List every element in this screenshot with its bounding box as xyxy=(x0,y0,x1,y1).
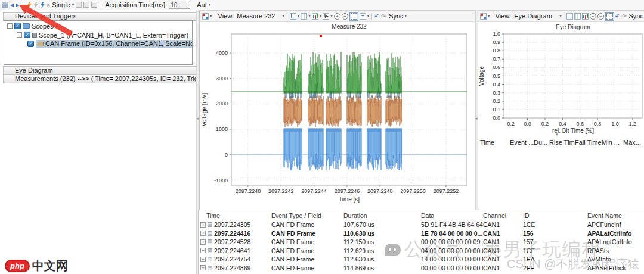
cell-data: 00 00 00 00 00 00 09 ... xyxy=(421,238,483,245)
aut-dropdown[interactable]: Aut ▾ xyxy=(197,1,210,8)
cursor-icon[interactable] xyxy=(323,13,329,20)
expand-icon[interactable]: + xyxy=(200,222,206,228)
splitter-handle-icon[interactable]: ▾ xyxy=(556,132,558,137)
column-header[interactable]: Data xyxy=(421,212,483,219)
chevron-down-icon[interactable]: ▾ xyxy=(330,14,333,18)
table-row[interactable]: +2097.224754CAN FD Frame112.630 us14 00 … xyxy=(199,255,644,264)
tree-item-can-frame[interactable]: ✓ CAN Frame (ID=0x156, Channel=CAN1, Sca… xyxy=(4,40,192,48)
dock-layout-icon[interactable] xyxy=(202,13,209,20)
eye-column-header[interactable]: Event ... xyxy=(510,139,534,146)
trigger-edit-icon[interactable] xyxy=(27,2,32,8)
back-icon[interactable]: ◀ xyxy=(10,2,14,8)
undo-icon[interactable]: ↶ xyxy=(615,13,620,20)
eye-column-header[interactable]: Fall Time xyxy=(575,139,602,146)
collapse-icon[interactable]: − xyxy=(7,23,13,29)
single-mode-dropdown[interactable]: Single ▾ xyxy=(52,1,74,8)
column-header[interactable]: Channel xyxy=(483,212,523,219)
cell-time: 2097.224528 xyxy=(214,238,250,245)
splitter-collapse-icon[interactable]: ◂ xyxy=(475,116,478,121)
table-row[interactable]: +2097.224869CAN FD Frame114.869 us00 00 … xyxy=(199,264,644,273)
scopes-tree: − ✓ Scopes − ✓ Scope_1 (A=CAN1_H, B=CAN1… xyxy=(4,20,193,65)
acquisition-time-input[interactable] xyxy=(169,1,190,9)
grid-icon[interactable] xyxy=(574,13,581,20)
column-header[interactable]: Event Name xyxy=(587,212,644,219)
view-selector[interactable]: Eye Diagram xyxy=(514,13,558,20)
devices-triggers-header[interactable]: Devices and Triggers ▴ xyxy=(3,12,204,21)
table-row[interactable]: +2097.224641CAN FD Frame112.629 us04 00 … xyxy=(199,247,644,256)
eye-column-header[interactable]: Min ... xyxy=(602,139,623,146)
eye-diagram-chart[interactable]: 1.00.90.80.70.60.50.40.30.20.10.0-0.20.0… xyxy=(478,22,643,139)
chevron-down-icon[interactable]: ▾ xyxy=(298,14,300,18)
zoom-in-icon[interactable]: + xyxy=(334,13,340,20)
zoom-out-icon[interactable]: − xyxy=(597,13,604,20)
column-header[interactable]: Event Type / Field xyxy=(271,212,343,219)
measurements-section-header[interactable]: Measurements (232) -->> ( Time= 2097,224… xyxy=(3,74,204,83)
view-selector[interactable]: Measure 232 xyxy=(237,13,281,20)
tree-item-scope1[interactable]: − ✓ Scope_1 (A=CAN1_H, B=CAN1_L, Extern=… xyxy=(4,31,192,39)
table-row[interactable]: +2097.224305CAN FD Frame107.670 us5D 91 … xyxy=(199,220,644,229)
measure-chart[interactable]: 40003000200010000-10002097.22402097.2242… xyxy=(200,22,474,208)
selected-tree-label[interactable]: CAN Frame (ID=0x156, Channel=CAN1, Scale… xyxy=(36,40,193,48)
sync-dropdown[interactable]: Sync xyxy=(629,13,643,20)
chevron-down-icon[interactable]: ▾ xyxy=(488,14,490,18)
tree-item-scopes[interactable]: − ✓ Scopes xyxy=(4,22,192,30)
chevron-down-icon[interactable]: ▾ xyxy=(210,14,212,18)
measure-view-toolbar: ▾ View: Measure 232 ▾ ▾ ▾ ▾ ▾ + − ▾ ↶ ↷ … xyxy=(200,11,475,22)
export-icon[interactable] xyxy=(76,2,82,8)
frame-table-header[interactable]: TimeEvent Type / FieldDurationDataChanne… xyxy=(199,210,644,220)
expand-icon[interactable]: + xyxy=(200,231,206,236)
redo-icon[interactable]: ↷ xyxy=(381,13,386,20)
expand-icon[interactable]: + xyxy=(200,248,206,253)
eye-diagram-section-header[interactable]: Eye Diagram ▪ xyxy=(3,66,204,75)
zoom-in-icon[interactable]: + xyxy=(590,13,596,20)
column-header[interactable]: Time xyxy=(199,212,271,219)
chevron-down-icon[interactable]: ▾ xyxy=(308,14,311,18)
trigger-stop-icon[interactable]: × xyxy=(47,2,50,8)
zoom-out-icon[interactable]: − xyxy=(342,13,348,20)
checkbox-checked-icon[interactable]: ✓ xyxy=(24,32,30,38)
undo-icon[interactable]: ↶ xyxy=(374,13,379,20)
dock-layout-icon[interactable] xyxy=(480,13,487,20)
zoom-selection-icon[interactable] xyxy=(605,12,614,21)
eye-column-header[interactable]: Rise Time xyxy=(549,139,575,146)
signal-style-icon[interactable] xyxy=(312,13,318,20)
expand-icon[interactable]: + xyxy=(200,265,206,270)
svg-text:0.8: 0.8 xyxy=(594,121,602,127)
table-row[interactable]: +2097.224416CAN FD Frame110.630 us1E 78 … xyxy=(199,229,644,238)
settings-icon[interactable] xyxy=(91,2,97,8)
table-row[interactable]: +2097.224528CAN FD Frame112.150 us00 00 … xyxy=(199,238,644,247)
zoom-selection-icon[interactable] xyxy=(349,12,358,21)
eye-column-header[interactable]: Du... xyxy=(534,139,549,146)
expand-icon[interactable]: + xyxy=(200,257,206,262)
chevron-down-icon[interactable]: ▾ xyxy=(367,14,370,18)
eye-column-header[interactable]: Max... xyxy=(623,139,644,146)
column-header[interactable]: ID xyxy=(523,212,587,219)
copy-icon[interactable] xyxy=(83,2,89,8)
column-header[interactable]: Duration xyxy=(343,212,421,219)
trigger-start-icon[interactable] xyxy=(40,2,45,8)
expand-icon[interactable]: + xyxy=(200,239,206,245)
chevron-down-icon[interactable]: ▾ xyxy=(405,14,407,18)
device-panel: Devices and Triggers ▴ − ✓ Scopes − ✓ Sc… xyxy=(0,10,196,274)
checkbox-checked-icon[interactable]: ✓ xyxy=(27,41,34,47)
measurements-section-title: Measurements (232) -->> ( Time= 2097,224… xyxy=(15,75,204,82)
axes-icon[interactable] xyxy=(290,13,296,20)
signal-style-icon[interactable] xyxy=(582,13,589,20)
eye-column-header[interactable]: Time xyxy=(480,139,510,146)
pan-icon[interactable] xyxy=(360,13,366,20)
cell-duration: 107.670 us xyxy=(343,221,421,228)
redo-icon[interactable]: ↷ xyxy=(621,13,626,20)
chevron-down-icon[interactable]: ▾ xyxy=(559,14,562,18)
checkbox-checked-icon[interactable]: ✓ xyxy=(14,23,21,29)
grid-icon[interactable] xyxy=(301,13,307,20)
chevron-down-icon[interactable]: ▾ xyxy=(320,14,322,18)
trigger-off-icon[interactable] xyxy=(33,2,38,8)
cell-time: 2097.224305 xyxy=(214,221,250,228)
scope-app-icon[interactable] xyxy=(2,2,8,8)
splitter-collapse-icon[interactable]: ◂ xyxy=(196,116,199,121)
forward-icon[interactable]: ▶ xyxy=(16,2,19,8)
chevron-down-icon[interactable]: ▾ xyxy=(282,14,284,18)
axes-icon[interactable] xyxy=(566,13,573,20)
collapse-icon[interactable]: − xyxy=(17,32,22,38)
sync-dropdown[interactable]: Sync xyxy=(389,13,403,20)
